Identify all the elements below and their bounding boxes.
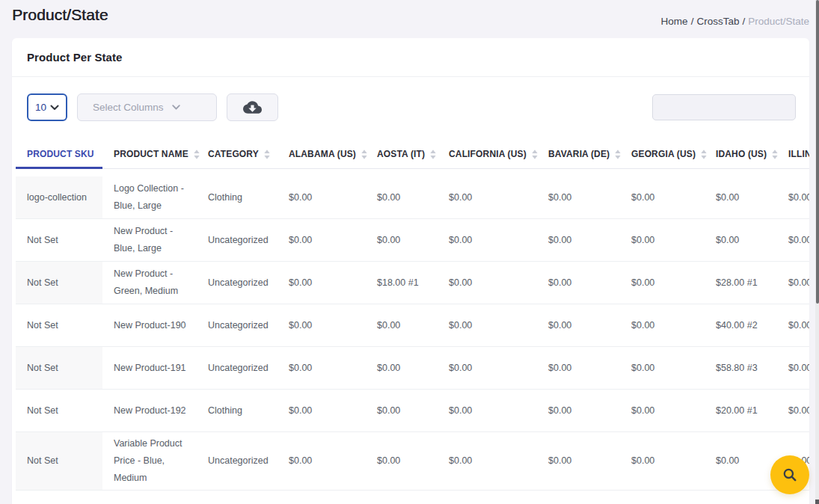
cell-value: $18.00 #1: [366, 262, 438, 304]
cell-value: $0.00: [537, 176, 620, 219]
cell-product-name: New Product-190: [102, 304, 197, 347]
cell-value: $0.00: [438, 390, 537, 432]
cell-value: $0.00: [777, 219, 809, 262]
page-title: Product/State: [12, 6, 108, 24]
cell-product-name: New Product - Blue, Large: [102, 219, 197, 262]
column-label: GEORGIA (US): [631, 149, 696, 159]
cell-value: $58.80 #3: [705, 347, 777, 390]
breadcrumb-link-home[interactable]: Home: [661, 16, 688, 27]
search-fab-button[interactable]: [770, 455, 809, 494]
download-button[interactable]: [227, 93, 278, 121]
column-label: BAVARIA (DE): [548, 149, 610, 159]
cell-product-sku: Not Set: [16, 219, 102, 262]
cell-product-sku: logo-collection: [16, 176, 102, 219]
cell-value: $0.00: [438, 432, 537, 491]
column-label: PRODUCT NAME: [114, 149, 188, 159]
cell-value: $0.00: [366, 219, 438, 262]
table-row: Not SetNew Product - Green, MediumUncate…: [16, 262, 809, 304]
cell-value: $0.00: [366, 304, 438, 347]
column-header-category[interactable]: CATEGORY: [197, 139, 277, 169]
column-label: PRODUCT SKU: [27, 149, 94, 159]
chevron-down-icon: [50, 105, 59, 111]
cell-value: $0.00: [777, 176, 809, 219]
table-row: Not SetNew Product - Blue, LargeUncatego…: [16, 219, 809, 262]
cell-value: $0.00: [438, 347, 537, 390]
topbar: Product/State Home/CrossTab/Product/Stat…: [0, 0, 809, 38]
cell-product-sku: Not Set: [16, 304, 102, 347]
cell-category: Uncategorized: [197, 262, 277, 304]
cell-value: $0.00: [620, 390, 705, 432]
cell-value: $0.00: [277, 347, 366, 390]
cell-product-sku: Not Set: [16, 347, 102, 390]
column-label: CALIFORNIA (US): [449, 149, 527, 159]
cell-product-name: Logo Collection - Blue, Large: [102, 176, 197, 219]
cell-value: $0.00: [777, 262, 809, 304]
scrollbar-corner: [815, 500, 819, 504]
column-header-california-us[interactable]: CALIFORNIA (US): [438, 139, 537, 169]
select-columns-label: Select Columns: [93, 102, 164, 113]
table-row: Not SetNew Product-190Uncategorized$0.00…: [16, 304, 809, 347]
cell-value: $0.00: [705, 432, 777, 491]
cell-value: $0.00: [620, 347, 705, 390]
breadcrumb-link-crosstab[interactable]: CrossTab: [696, 16, 739, 27]
column-header-aosta-it[interactable]: AOSTA (IT): [366, 139, 438, 169]
column-label: IDAHO (US): [716, 149, 767, 159]
column-header-alabama-us[interactable]: ALABAMA (US): [277, 139, 366, 169]
cell-product-sku: Not Set: [16, 432, 102, 491]
cell-value: $0.00: [705, 219, 777, 262]
select-columns-button[interactable]: Select Columns: [77, 93, 217, 121]
cell-value: $0.00: [366, 432, 438, 491]
cell-value: $0.00: [777, 304, 809, 347]
cell-product-sku: Not Set: [16, 262, 102, 304]
table-row: Not SetNew Product-191Uncategorized$0.00…: [16, 347, 809, 390]
column-header-product-name[interactable]: PRODUCT NAME: [102, 139, 197, 169]
cell-product-name: New Product-191: [102, 347, 197, 390]
column-header-bavaria-de[interactable]: BAVARIA (DE): [537, 139, 620, 169]
column-header-idaho-us[interactable]: IDAHO (US): [705, 139, 777, 169]
cell-value: $0.00: [537, 219, 620, 262]
cell-value: $0.00: [537, 432, 620, 491]
breadcrumb-separator: /: [688, 16, 697, 27]
cell-value: $0.00: [620, 262, 705, 304]
vertical-scrollbar-thumb[interactable]: [816, 0, 819, 304]
table-row: logo-collectionLogo Collection - Blue, L…: [16, 176, 809, 219]
cloud-download-icon: [243, 98, 262, 117]
cell-value: $20.00 #1: [705, 390, 777, 432]
cell-product-name: New Product-192: [102, 390, 197, 432]
crosstab-table-wrap: PRODUCT SKUPRODUCT NAMECATEGORYALABAMA (…: [12, 139, 809, 491]
cell-value: $0.00: [620, 219, 705, 262]
column-header-georgia-us[interactable]: GEORGIA (US): [620, 139, 705, 169]
chevron-down-icon: [172, 105, 180, 110]
column-header-product-sku[interactable]: PRODUCT SKU: [16, 139, 102, 169]
table-row: Not SetNew Product-192Clothing$0.00$0.00…: [16, 390, 809, 432]
cell-value: $40.00 #2: [705, 304, 777, 347]
cell-category: Clothing: [197, 176, 277, 219]
breadcrumb-separator: /: [739, 16, 748, 27]
table-controls: 10 Select Columns: [12, 77, 809, 139]
cell-value: $0.00: [366, 347, 438, 390]
cell-value: $0.00: [277, 304, 366, 347]
cell-value: $0.00: [277, 262, 366, 304]
cell-value: $0.00: [777, 390, 809, 432]
card-heading: Product Per State: [27, 51, 123, 64]
cell-value: $0.00: [777, 347, 809, 390]
cell-value: $0.00: [537, 347, 620, 390]
cell-value: $0.00: [705, 176, 777, 219]
cell-value: $28.00 #1: [705, 262, 777, 304]
page-size-select[interactable]: 10: [27, 93, 67, 121]
column-header-illinois-us[interactable]: ILLINOIS (US): [777, 139, 809, 169]
cell-value: $0.00: [366, 176, 438, 219]
cell-category: Uncategorized: [197, 219, 277, 262]
cell-category: Uncategorized: [197, 347, 277, 390]
column-label: AOSTA (IT): [377, 149, 425, 159]
cell-product-name: Variable Product Price - Blue, Medium: [102, 432, 197, 491]
cell-value: $0.00: [438, 176, 537, 219]
product-per-state-card: Product Per State 10 Select Columns PROD…: [12, 38, 809, 504]
column-label: ALABAMA (US): [289, 149, 356, 159]
table-body: logo-collectionLogo Collection - Blue, L…: [16, 169, 809, 491]
cell-value: $0.00: [277, 176, 366, 219]
cell-value: $0.00: [537, 262, 620, 304]
column-label: CATEGORY: [208, 149, 259, 159]
search-input[interactable]: [652, 94, 796, 120]
cell-value: $0.00: [438, 304, 537, 347]
